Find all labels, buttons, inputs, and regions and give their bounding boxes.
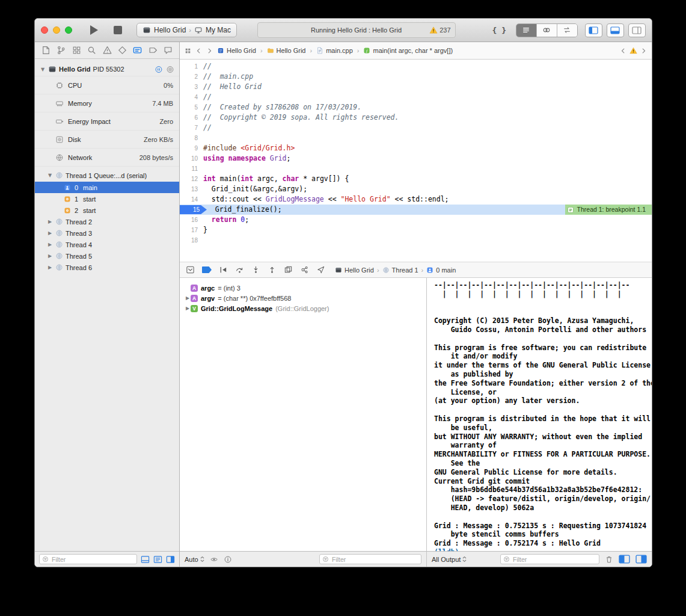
code-line-2[interactable]: 2// main.cpp [180,72,652,82]
code-line-4[interactable]: 4// [180,92,652,102]
console-output[interactable]: --|--|--|--|--|--|--|--|--|--|--|--|--|-… [426,278,652,551]
code-line-17[interactable]: 17} [180,225,652,235]
line-number[interactable]: 13 [180,184,203,194]
disclosure-open-icon[interactable]: ▼ [47,173,53,178]
line-number[interactable]: 7 [180,123,203,133]
info-icon[interactable] [224,555,232,564]
code-line-1[interactable]: 1// [180,61,652,72]
source-control-navigator-icon[interactable] [56,45,66,55]
jumpbar-item[interactable]: Hello Grid [267,47,306,54]
step-out-icon[interactable] [268,265,277,274]
debug-view-mode-icon-3[interactable] [166,555,175,564]
back-icon[interactable] [195,48,202,54]
line-number[interactable]: 16 [180,215,203,225]
stack-frame-2[interactable]: 2start [35,205,179,216]
breakpoint-annotation[interactable]: Thread 1: breakpoint 1.1 [565,205,652,215]
disclosure-closed-icon[interactable]: ▶ [185,295,191,301]
console-filter-field[interactable] [500,554,599,564]
line-number[interactable]: 12 [180,174,203,184]
debug-view-mode-icon-2[interactable] [153,555,162,564]
hide-debug-area-icon[interactable] [186,265,195,274]
code-line-7[interactable]: 7// [180,123,652,133]
variables-filter-input[interactable] [331,555,418,564]
line-number[interactable]: 2 [180,72,203,82]
disclosure-closed-icon[interactable]: ▶ [47,265,53,270]
code-line-11[interactable]: 11 [180,164,652,174]
console-filter-input[interactable] [512,555,596,564]
debug-view-hierarchy-icon[interactable] [284,265,293,274]
debug-breadcrumb-item[interactable]: Thread 1 [382,266,418,274]
thread-row-thread-3[interactable]: ▶Thread 3 [35,227,179,239]
toggle-debug-area-button[interactable] [607,23,624,37]
zoom-button[interactable] [65,26,72,34]
variables-pane-toggle-icon[interactable] [619,555,630,564]
line-number[interactable]: 17 [180,225,203,235]
find-navigator-icon[interactable] [87,45,97,55]
line-number[interactable]: 14 [180,194,203,205]
variables-scope-popup[interactable]: Auto [185,556,204,563]
line-number[interactable]: 11 [180,164,203,174]
line-number[interactable]: 4 [180,92,203,102]
line-number[interactable]: 6 [180,112,203,123]
code-line-6[interactable]: 6// Copyright © 2019 sopa. All rights re… [180,112,652,123]
line-number[interactable]: 15 [180,205,207,214]
gauge-cpu[interactable]: CPU0% [35,76,179,94]
test-navigator-icon[interactable] [117,45,127,55]
thread-row-thread-5[interactable]: ▶Thread 5 [35,250,179,262]
stack-frame-1[interactable]: 1start [35,193,179,205]
memory-graph-icon[interactable] [300,265,309,274]
disclosure-closed-icon[interactable]: ▶ [47,219,53,224]
step-over-icon[interactable] [235,265,244,274]
code-line-5[interactable]: 5// Created by s1786208 on 17/03/2019. [180,102,652,112]
thread-row-thread-4[interactable]: ▶Thread 4 [35,239,179,250]
variables-view[interactable]: Aargc= (int) 3▶Aargv= (char **) 0x7ffeef… [180,278,426,551]
gauge-network[interactable]: Network208 bytes/s [35,149,179,167]
breakpoint-navigator-icon[interactable] [148,45,158,55]
line-number[interactable]: 9 [180,143,203,153]
debug-view-mode-icon-1[interactable] [141,555,150,564]
code-editor[interactable]: 1//2// main.cpp3// Hello Grid4//5// Crea… [180,60,652,262]
code-line-3[interactable]: 3// Hello Grid [180,82,652,92]
gauge-energy-impact[interactable]: Energy ImpactZero [35,112,179,131]
simulate-location-icon[interactable] [316,265,325,274]
code-line-9[interactable]: 9#include <Grid/Grid.h> [180,143,652,153]
scheme-selector[interactable]: Hello Grid › My Mac [136,23,237,37]
navigator-filter-field[interactable] [39,554,137,564]
run-button[interactable] [90,25,98,35]
trash-icon[interactable] [605,555,613,564]
close-button[interactable] [41,26,48,34]
code-line-8[interactable]: 8 [180,133,652,143]
process-row[interactable]: ▼ Hello Grid PID 55302 [35,63,179,76]
code-line-14[interactable]: 14 std::cout << GridLogMessage << "Hello… [180,194,652,205]
breakpoints-toggle-icon[interactable] [202,266,212,273]
debug-breadcrumb-item[interactable]: 0 main [426,266,456,274]
stop-button[interactable] [114,26,122,34]
project-navigator-icon[interactable] [41,45,51,55]
gauge-memory[interactable]: Memory7.4 MB [35,94,179,112]
code-line-10[interactable]: 10using namespace Grid; [180,153,652,164]
warning-badge[interactable]: 237 [429,26,450,34]
stack-frame-0[interactable]: 0main [35,182,179,193]
pause-process-icon[interactable] [155,66,163,73]
code-review-button[interactable]: { } [489,26,508,35]
previous-issue-icon[interactable] [620,48,626,54]
navigator-filter-input[interactable] [51,555,134,564]
variables-filter-field[interactable] [319,554,421,564]
code-line-15[interactable]: 15 Grid_finalize();Thread 1: breakpoint … [180,205,652,215]
thread-row-thread-2[interactable]: ▶Thread 2 [35,216,179,227]
code-line-12[interactable]: 12int main(int argc, char * argv[]) { [180,174,652,184]
memory-gauge-icon[interactable] [166,66,174,73]
line-number[interactable]: 8 [180,133,203,143]
jumpbar-item[interactable]: main.cpp [316,47,353,54]
report-navigator-icon[interactable] [163,45,173,55]
thread-1-row[interactable]: ▼ Thread 1 Queue:...d (serial) [35,169,179,182]
code-line-16[interactable]: 16 return 0; [180,215,652,225]
debug-navigator-icon[interactable] [132,45,142,55]
line-number[interactable]: 18 [180,235,203,245]
forward-icon[interactable] [206,48,213,54]
toggle-inspector-button[interactable] [628,23,646,37]
line-number[interactable]: 3 [180,82,203,92]
variable-row-argv[interactable]: ▶Aargv= (char **) 0x7ffeefbff568 [180,293,426,303]
disclosure-closed-icon[interactable]: ▶ [47,253,53,259]
next-issue-icon[interactable] [640,48,647,54]
